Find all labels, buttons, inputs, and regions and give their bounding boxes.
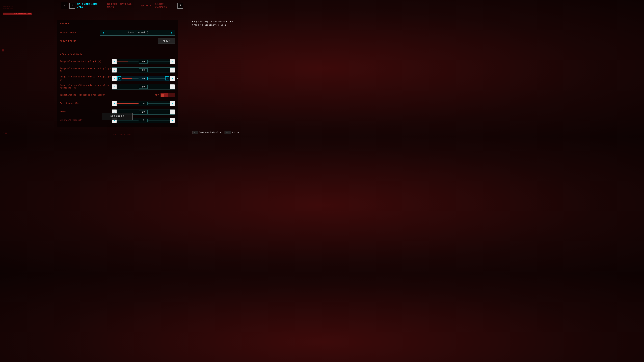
apply-preset-row: Apply Preset Apply — [60, 38, 175, 44]
tab-number-3: 3 — [178, 3, 183, 9]
setting-label-range-cameras-2: Range of cameras and turrets to highligh… — [60, 76, 112, 81]
setting-label-highlight-drop: [Experimental] Highlight Drop Weapon — [60, 94, 112, 96]
setting-row-crit-chance: Crit Chance (%) ◄ 100 ► — [60, 100, 175, 107]
setting-label-range-others: Range of others(item containers etc) to … — [60, 84, 112, 89]
slider-track-cameras-2-right — [148, 78, 165, 79]
setting-label-range-cameras: Range of cameras and turrets to highligh… — [60, 67, 112, 72]
slider-value-cameras: 80 — [139, 68, 148, 72]
close-key-hint: ESC — [224, 131, 231, 134]
tab-better-optical-camo[interactable]: BETTER OPTICAL CAMO — [107, 2, 138, 9]
setting-label-crit-chance: Crit Chance (%) — [60, 102, 112, 105]
left-tag: CONFIGURE MOD SETTINGS HERE — [3, 12, 32, 15]
slider-track-enemies — [117, 61, 138, 62]
key-d-badge: D — [165, 76, 170, 80]
preset-prev-button[interactable]: ◄ — [100, 30, 106, 35]
restore-label: Restore Defaults — [199, 131, 221, 134]
slider-value-crit: 100 — [139, 102, 148, 105]
tab-op-cyberware-eyes[interactable]: OP CYBERWARE EYES — [76, 2, 104, 9]
slider-track-others — [117, 87, 138, 87]
slider-next-cameras-2[interactable]: ► — [170, 76, 175, 81]
slider-next-others[interactable]: ► — [170, 84, 175, 89]
back-button[interactable]: < — [61, 2, 68, 9]
apply-button[interactable]: Apply — [158, 38, 175, 44]
right-info-panel: Range of explosive devices and traps to … — [192, 20, 239, 27]
tab-qslots[interactable]: QSLOTS — [141, 4, 152, 8]
slider-fill-enemies — [117, 61, 128, 62]
toggle-extra — [168, 93, 175, 97]
slider-fill-others — [117, 87, 128, 87]
slider-track-crit-right — [148, 103, 170, 104]
toggle-switch-highlight-drop[interactable] — [160, 93, 168, 97]
slider-range-cameras[interactable]: ◄ 80 ► — [112, 67, 175, 73]
toggle-off-label: OFF — [155, 94, 159, 96]
slider-range-others[interactable]: ◄ 50 ► — [112, 84, 175, 89]
slider-next-cameras[interactable]: ► — [170, 67, 175, 72]
slider-track-enemies-right — [148, 61, 170, 62]
slider-prev-crit[interactable]: ◄ — [112, 101, 117, 106]
setting-row-range-cameras: Range of cameras and turrets to highligh… — [60, 67, 175, 73]
slider-track-cameras-right — [148, 70, 170, 70]
slider-track-cameras-2 — [122, 78, 138, 79]
eyes-section-header: Eyes Cyberware — [57, 51, 178, 57]
slider-value-others: 50 — [139, 85, 148, 89]
preset-section-header: Preset — [57, 20, 178, 27]
close-label: Close — [232, 131, 239, 134]
setting-row-range-enemies: Range of enemies to highlight (m) ◄ 50 ► — [60, 59, 175, 65]
nav-tabs: OP CYBERWARE EYES BETTER OPTICAL CAMO QS… — [76, 2, 176, 9]
setting-row-range-cameras-2: Range of cameras and turrets to highligh… — [60, 75, 175, 81]
slider-next-crit[interactable]: ► — [170, 101, 175, 106]
small-text: CYBERPUNK 2077 MOD SETTINGS — [3, 6, 14, 9]
setting-row-range-others: Range of others(item containers etc) to … — [60, 84, 175, 90]
slider-track-cameras — [117, 70, 138, 70]
center-bottom-text: THK TLGAS_BUON9B — [113, 134, 131, 135]
apply-preset-label: Apply Preset — [60, 40, 100, 42]
slider-track-crit — [117, 103, 138, 104]
restore-key-hint: F1 — [192, 131, 198, 134]
preset-current-value: Cheat(Default) — [106, 31, 170, 34]
preset-next-button[interactable]: ► — [170, 30, 175, 35]
right-info-text: Range of explosive devices and traps to … — [192, 20, 233, 26]
select-preset-row: Select Preset ◄ Cheat(Default) ► — [60, 30, 175, 35]
tab-smart-weapons[interactable]: SMART WEAPONS — [155, 2, 176, 9]
slider-prev-cameras[interactable]: ◄ — [112, 67, 117, 72]
defaults-container: DEFAULTS — [57, 110, 178, 123]
preset-section-content: Select Preset ◄ Cheat(Default) ► Apply P… — [57, 27, 178, 48]
slider-value-enemies: 50 — [139, 60, 148, 63]
slider-prev-cameras-2[interactable]: ◄ — [112, 76, 117, 81]
slider-crit-chance[interactable]: ◄ 100 ► — [112, 101, 175, 106]
slider-value-cameras-2: 60 — [139, 77, 148, 80]
slider-track-others-right — [148, 87, 170, 87]
select-preset-label: Select Preset — [60, 31, 100, 34]
key-a-badge: A — [118, 76, 122, 80]
toggle-highlight-drop[interactable]: OFF — [155, 93, 175, 97]
close-action[interactable]: ESC Close — [224, 131, 239, 134]
slider-fill-cameras-2 — [122, 78, 132, 79]
tab-number-1: 1 — [69, 3, 75, 9]
bottom-bar: F1 Restore Defaults ESC Close — [0, 131, 244, 134]
restore-defaults-action[interactable]: F1 Restore Defaults — [192, 131, 221, 134]
slider-next-enemies[interactable]: ► — [170, 59, 175, 64]
defaults-button[interactable]: DEFAULTS — [102, 113, 132, 120]
slider-fill-crit — [117, 103, 138, 104]
slider-range-cameras-2[interactable]: ◄ A 60 D ► — [112, 76, 175, 81]
slider-fill-cameras — [117, 70, 134, 70]
setting-label-range-enemies: Range of enemies to highlight (m) — [60, 60, 112, 63]
slider-range-enemies[interactable]: ◄ 50 ► — [112, 59, 175, 64]
setting-row-highlight-drop: [Experimental] Highlight Drop Weapon OFF — [60, 92, 175, 98]
preset-selector[interactable]: ◄ Cheat(Default) ► — [100, 30, 175, 35]
version-text: V 05 — [3, 132, 7, 134]
slider-prev-enemies[interactable]: ◄ — [112, 59, 117, 64]
slider-prev-others[interactable]: ◄ — [112, 84, 117, 89]
top-navigation: < 1 OP CYBERWARE EYES BETTER OPTICAL CAM… — [61, 2, 183, 9]
cursor-indicator: ↖ — [177, 77, 178, 80]
left-vertical-deco — [2, 47, 4, 53]
toggle-knob — [161, 94, 164, 97]
